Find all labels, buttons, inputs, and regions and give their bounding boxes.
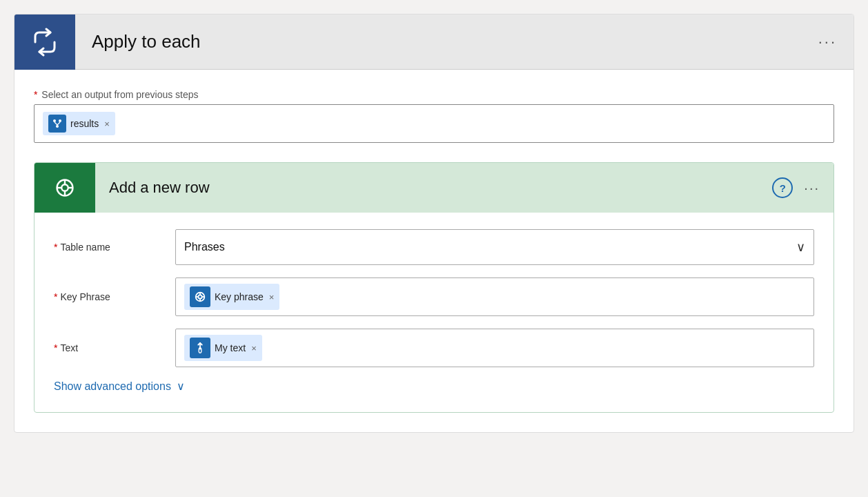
table-name-chevron: ∨ [796, 240, 805, 255]
add-new-row-body: * Table name Phrases ∨ * Key Phrase [34, 213, 834, 412]
results-token-text: results [70, 118, 99, 129]
loop-icon [14, 14, 75, 70]
svg-point-12 [198, 295, 201, 298]
apply-to-each-card: Apply to each ··· * Select an output fro… [14, 14, 854, 433]
table-name-label: * Table name [54, 242, 164, 253]
key-phrase-token: Key phrase × [184, 284, 279, 310]
apply-to-each-header: Apply to each ··· [14, 14, 854, 70]
key-phrase-token-close[interactable]: × [269, 292, 275, 302]
help-button[interactable]: ? [772, 177, 793, 198]
output-field-row: * Select an output from previous steps [34, 89, 834, 143]
table-name-select[interactable]: Phrases ∨ [175, 229, 814, 265]
analytics-icon [190, 286, 210, 307]
key-phrase-row: * Key Phrase [54, 277, 814, 316]
required-star: * [34, 89, 37, 100]
svg-point-1 [59, 119, 61, 122]
key-phrase-input[interactable]: Key phrase × [175, 277, 814, 316]
advanced-options-text: Show advanced options [54, 380, 171, 393]
excel-icon [34, 163, 95, 213]
output-input[interactable]: results × [34, 104, 834, 143]
text-field-input[interactable]: My text × [175, 329, 814, 367]
advanced-options-chevron: ∨ [177, 380, 185, 393]
text-field-row: * Text My text [54, 329, 814, 367]
output-field-label: * Select an output from previous steps [34, 89, 834, 100]
my-text-token-close[interactable]: × [251, 343, 257, 353]
svg-point-0 [53, 119, 56, 122]
my-text-token: My text × [184, 335, 262, 361]
svg-line-3 [55, 122, 57, 125]
table-name-row: * Table name Phrases ∨ [54, 229, 814, 265]
text-field-label: * Text [54, 342, 164, 353]
svg-point-2 [56, 125, 59, 128]
svg-line-4 [57, 122, 60, 125]
results-token-close[interactable]: × [104, 119, 110, 129]
inner-header-actions: ? ··· [772, 177, 820, 198]
flow-icon [48, 115, 66, 133]
add-new-row-header: Add a new row ? ··· [34, 163, 834, 213]
apply-to-each-body: * Select an output from previous steps [14, 70, 854, 432]
inner-menu-button[interactable]: ··· [804, 180, 820, 196]
my-text-token-text: My text [215, 342, 246, 353]
show-advanced-options[interactable]: Show advanced options ∨ [54, 380, 814, 393]
svg-point-6 [61, 184, 68, 191]
add-new-row-title: Add a new row [95, 179, 772, 197]
results-token: results × [43, 112, 115, 135]
table-name-value: Phrases [184, 241, 225, 253]
key-phrase-label: * Key Phrase [54, 291, 164, 302]
apply-to-each-title: Apply to each [75, 31, 818, 52]
add-new-row-card: Add a new row ? ··· * Table name Phrases [34, 162, 834, 413]
key-phrase-token-text: Key phrase [215, 291, 264, 302]
header-menu-button[interactable]: ··· [818, 33, 854, 51]
touch-icon [190, 338, 210, 358]
